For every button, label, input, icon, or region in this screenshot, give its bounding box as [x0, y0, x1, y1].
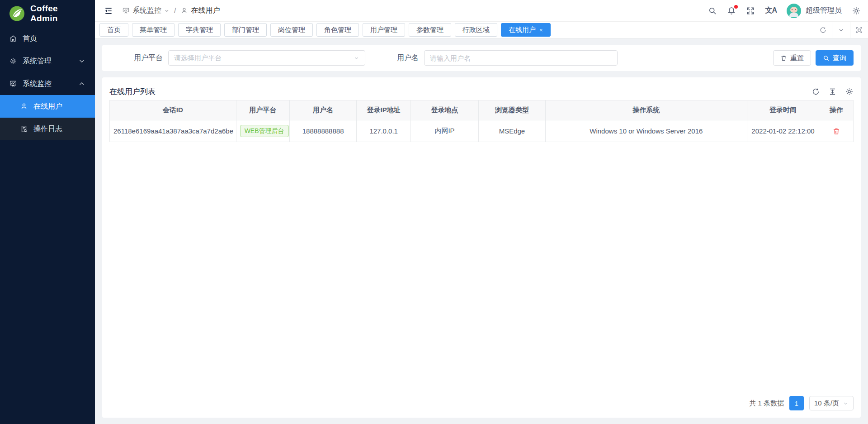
chevron-down-icon: [354, 55, 359, 61]
tab-bar: 首页 菜单管理 字典管理 部门管理 岗位管理 角色管理 用户管理 参数管理 行政…: [95, 22, 868, 38]
user-icon: [180, 7, 188, 14]
user-menu[interactable]: 超级管理员: [787, 4, 842, 18]
tab-param-mgmt[interactable]: 参数管理: [409, 23, 451, 37]
sidebar: Coffee Admin 首页 系统管理 系统监控: [0, 0, 95, 424]
page-size-select[interactable]: 10 条/页: [809, 396, 854, 410]
tab-post-mgmt[interactable]: 岗位管理: [270, 23, 313, 37]
cell-browser: MSEdge: [478, 120, 545, 142]
column-header-platform: 用户平台: [236, 100, 289, 120]
sidebar-item-online-users[interactable]: 在线用户: [0, 95, 95, 118]
translate-icon[interactable]: 文A: [765, 6, 777, 15]
sidebar-item-op-logs[interactable]: 操作日志: [0, 118, 95, 140]
sidebar-item-home[interactable]: 首页: [0, 27, 95, 50]
cell-location: 内网IP: [411, 120, 479, 142]
page-size-value: 10 条/页: [814, 399, 839, 408]
reset-button-label: 重置: [790, 54, 804, 62]
breadcrumb-online-users: 在线用户: [180, 6, 220, 15]
search-icon[interactable]: [708, 6, 717, 15]
tab-menu-mgmt[interactable]: 菜单管理: [132, 23, 175, 37]
page-content: 用户平台 请选择用户平台 用户名 重置 查询: [95, 38, 868, 424]
tab-label: 在线用户: [509, 26, 536, 34]
sidebar-submenu-monitor: 在线用户 操作日志: [0, 95, 95, 140]
column-header-login-time: 登录时间: [747, 100, 819, 120]
sidebar-item-label: 在线用户: [33, 102, 86, 111]
platform-select[interactable]: 请选择用户平台: [168, 50, 365, 66]
cell-session-id: 26118e6169aa41a387aa3ca7a7d2a6be: [110, 120, 236, 142]
chevron-up-icon: [78, 80, 86, 88]
tab-label: 角色管理: [324, 26, 351, 34]
header-actions: 文A 超级管理员: [708, 4, 861, 18]
gear-icon: [9, 57, 17, 65]
column-header-username: 用户名: [290, 100, 357, 120]
sidebar-collapse-button[interactable]: [102, 5, 115, 17]
username-input[interactable]: [424, 50, 618, 66]
column-header-browser: 浏览器类型: [478, 100, 545, 120]
density-icon[interactable]: [828, 87, 837, 96]
online-users-table: 会话ID 用户平台 用户名 登录IP地址 登录地点 浏览器类型 操作系统 登录时…: [109, 100, 854, 142]
tab-label: 部门管理: [232, 26, 259, 34]
tab-label: 行政区域: [462, 26, 490, 34]
table-empty-space: [109, 142, 854, 395]
column-settings-gear-icon[interactable]: [845, 87, 854, 96]
cell-os: Windows 10 or Windows Server 2016: [545, 120, 747, 142]
reset-button[interactable]: 重置: [773, 50, 811, 66]
log-icon: [20, 125, 28, 133]
sidebar-item-system-monitor[interactable]: 系统监控: [0, 72, 95, 95]
pagination-total: 共 1 条数据: [749, 399, 784, 408]
table-row: 26118e6169aa41a387aa3ca7a7d2a6be WEB管理后台…: [110, 120, 854, 142]
tab-online-users[interactable]: 在线用户 ×: [501, 23, 551, 37]
tab-home[interactable]: 首页: [99, 23, 128, 37]
app-logo[interactable]: Coffee Admin: [0, 0, 95, 27]
settings-gear-icon[interactable]: [852, 6, 861, 15]
table-toolbar: [811, 87, 854, 96]
online-users-panel: 在线用户列表: [102, 77, 861, 418]
pagination-page-1[interactable]: 1: [789, 396, 804, 410]
tab-user-mgmt[interactable]: 用户管理: [363, 23, 405, 37]
fullscreen-icon[interactable]: [746, 6, 755, 15]
table-header-row: 会话ID 用户平台 用户名 登录IP地址 登录地点 浏览器类型 操作系统 登录时…: [110, 100, 854, 120]
search-button[interactable]: 查询: [816, 50, 854, 66]
monitor-icon: [122, 7, 130, 14]
user-name: 超级管理员: [806, 6, 842, 15]
notifications-button[interactable]: [727, 6, 736, 15]
tab-role-mgmt[interactable]: 角色管理: [316, 23, 359, 37]
tab-dict-mgmt[interactable]: 字典管理: [178, 23, 221, 37]
breadcrumb: 系统监控 / 在线用户: [122, 6, 220, 15]
sidebar-item-label: 系统管理: [23, 57, 72, 66]
tab-options-button[interactable]: [832, 22, 850, 38]
main-area: 系统监控 / 在线用户 文: [95, 0, 868, 424]
chevron-down-icon: [838, 27, 844, 33]
breadcrumb-label: 系统监控: [132, 6, 161, 15]
close-icon[interactable]: ×: [539, 27, 543, 33]
refresh-icon[interactable]: [811, 87, 820, 96]
tab-region[interactable]: 行政区域: [455, 23, 497, 37]
breadcrumb-system-monitor[interactable]: 系统监控: [122, 6, 170, 15]
tab-label: 参数管理: [416, 26, 443, 34]
refresh-tab-button[interactable]: [814, 22, 832, 38]
maximize-content-button[interactable]: [850, 22, 868, 38]
chevron-down-icon: [78, 57, 86, 65]
tab-label: 首页: [107, 26, 121, 34]
maximize-icon: [855, 26, 863, 34]
delete-user-trash-icon[interactable]: [832, 127, 840, 135]
monitor-icon: [9, 80, 17, 88]
tab-dept-mgmt[interactable]: 部门管理: [224, 23, 267, 37]
filter-panel: 用户平台 请选择用户平台 用户名 重置 查询: [102, 45, 861, 71]
cell-login-time: 2022-01-02 22:12:00: [747, 120, 819, 142]
chevron-down-icon: [164, 8, 170, 14]
collapse-menu-icon: [104, 6, 113, 15]
trash-icon: [780, 55, 787, 62]
cell-platform: WEB管理后台: [236, 120, 289, 142]
sidebar-menu: 首页 系统管理 系统监控: [0, 27, 95, 424]
avatar: [787, 4, 801, 18]
panel-header: 在线用户列表: [109, 83, 854, 100]
sidebar-item-label: 系统监控: [23, 79, 72, 89]
tab-label: 用户管理: [370, 26, 397, 34]
platform-filter-label: 用户平台: [134, 53, 163, 63]
filter-actions: 重置 查询: [773, 50, 854, 66]
column-header-ip: 登录IP地址: [357, 100, 411, 120]
tab-label: 字典管理: [186, 26, 213, 34]
cell-ip: 127.0.0.1: [357, 120, 411, 142]
leaf-logo-icon: [9, 5, 25, 22]
sidebar-item-system-mgmt[interactable]: 系统管理: [0, 50, 95, 72]
